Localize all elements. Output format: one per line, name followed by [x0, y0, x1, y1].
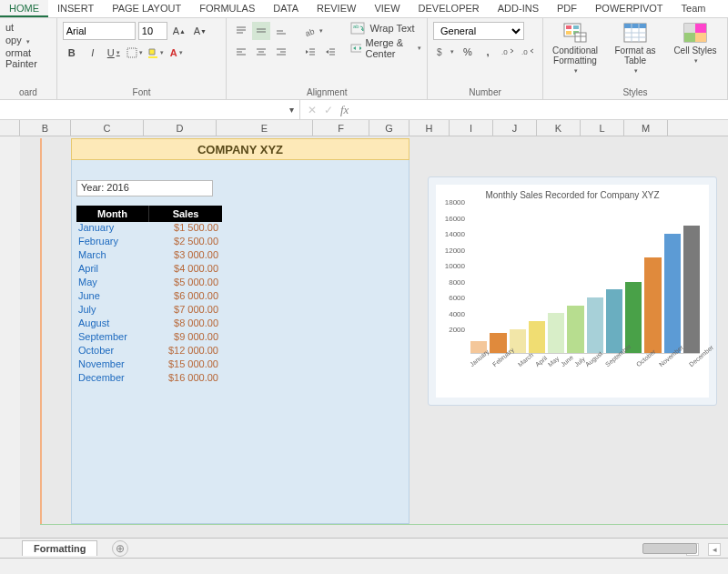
wrap-text-button[interactable]: ab Wrap Text — [350, 22, 421, 35]
select-all-corner[interactable] — [0, 120, 20, 136]
column-header-E[interactable]: E — [217, 120, 313, 136]
horizontal-scrollbar[interactable] — [642, 543, 697, 554]
number-format-select[interactable]: General — [433, 22, 524, 40]
cell-month: July — [76, 304, 149, 317]
cell-sales: $16 000.00 — [149, 372, 222, 386]
align-bottom-icon[interactable] — [272, 22, 290, 40]
orientation-icon[interactable]: ab — [301, 22, 327, 40]
increase-indent-icon[interactable] — [321, 43, 339, 61]
table-row[interactable]: December$16 000.00 — [76, 372, 222, 386]
column-header-M[interactable]: M — [624, 120, 668, 136]
column-header-L[interactable]: L — [581, 120, 624, 136]
ribbon-tab-add-ins[interactable]: ADD-INS — [489, 0, 548, 17]
ribbon-tab-view[interactable]: VIEW — [365, 0, 409, 17]
table-row[interactable]: July$7 000.00 — [76, 304, 222, 317]
decrease-indent-icon[interactable] — [301, 43, 319, 61]
percent-format-icon[interactable]: % — [459, 43, 477, 61]
ribbon-tab-data[interactable]: DATA — [264, 0, 308, 17]
table-row[interactable]: January$1 500.00 — [76, 222, 222, 236]
group-font: A▲ A▼ B I U A — [57, 18, 228, 99]
chart-bar — [664, 234, 681, 353]
formula-input[interactable] — [356, 100, 728, 119]
align-top-icon[interactable] — [232, 22, 250, 40]
table-row[interactable]: February$2 500.00 — [76, 236, 222, 249]
increase-font-icon[interactable]: A▲ — [170, 22, 188, 40]
font-name-select[interactable] — [63, 22, 136, 40]
svg-rect-1 — [148, 56, 157, 58]
merge-center-button[interactable]: Merge & Center — [350, 37, 421, 59]
format-painter-button[interactable]: ormat Painter — [5, 47, 51, 69]
cancel-formula-icon[interactable]: ✕ — [308, 104, 317, 116]
format-as-table-button[interactable]: Format as Table — [609, 22, 662, 75]
italic-button[interactable]: I — [84, 44, 102, 62]
fill-color-button[interactable] — [147, 44, 165, 62]
column-header-D[interactable]: D — [144, 120, 217, 136]
ribbon-tab-page-layout[interactable]: PAGE LAYOUT — [103, 0, 190, 17]
column-header-G[interactable]: G — [369, 120, 410, 136]
svg-text:.0: .0 — [521, 48, 528, 56]
ribbon-tab-developer[interactable]: DEVELOPER — [410, 0, 489, 17]
table-row[interactable]: September$9 000.00 — [76, 331, 222, 345]
underline-button[interactable]: U — [105, 44, 123, 62]
comma-format-icon[interactable]: , — [479, 43, 497, 61]
increase-decimal-icon[interactable]: .0 — [499, 43, 517, 61]
svg-text:ab: ab — [305, 26, 316, 36]
ribbon: ut opy ormat Painter oard A▲ A▼ B I U — [0, 18, 728, 100]
align-right-icon[interactable] — [272, 43, 290, 61]
align-center-icon[interactable] — [252, 43, 270, 61]
copy-button[interactable]: opy — [5, 35, 51, 45]
year-cell[interactable]: Year: 2016 — [76, 180, 213, 196]
scroll-left-icon[interactable]: ◂ — [708, 543, 721, 556]
status-bar — [0, 558, 728, 574]
column-header-F[interactable]: F — [313, 120, 369, 136]
chart-bar — [606, 289, 622, 353]
table-row[interactable]: August$8 000.00 — [76, 317, 222, 331]
conditional-formatting-button[interactable]: Conditional Formatting — [549, 22, 602, 75]
header-month: Month — [76, 206, 149, 222]
cell-styles-button[interactable]: Cell Styles — [669, 22, 722, 65]
ribbon-tab-formulas[interactable]: FORMULAS — [190, 0, 264, 17]
sales-chart[interactable]: Monthly Sales Recorded for Company XYZ 2… — [428, 176, 717, 406]
table-row[interactable]: October$12 000.00 — [76, 345, 222, 358]
ribbon-tab-team[interactable]: Team — [672, 0, 715, 17]
table-row[interactable]: April$4 000.00 — [76, 263, 222, 277]
column-header-H[interactable]: H — [410, 120, 450, 136]
ribbon-tab-powerpivot[interactable]: POWERPIVOT — [586, 0, 672, 17]
add-sheet-button[interactable]: ⊕ — [112, 540, 128, 557]
decrease-decimal-icon[interactable]: .0 — [519, 43, 537, 61]
cell-sales: $2 500.00 — [149, 236, 222, 249]
ribbon-tab-pdf[interactable]: PDF — [548, 0, 586, 17]
column-header-B[interactable]: B — [20, 120, 71, 136]
worksheet[interactable]: COMPANY XYZ Year: 2016 Month Sales Janua… — [0, 136, 728, 548]
name-box[interactable]: ▾ — [0, 100, 300, 119]
svg-rect-34 — [566, 31, 571, 35]
column-header-J[interactable]: J — [493, 120, 537, 136]
cell-month: January — [76, 222, 149, 236]
border-button[interactable] — [126, 44, 144, 62]
cut-button[interactable]: ut — [5, 22, 51, 33]
fx-icon[interactable]: fx — [340, 103, 349, 117]
font-color-button[interactable]: A — [167, 44, 186, 62]
table-row[interactable]: June$6 000.00 — [76, 290, 222, 304]
column-header-I[interactable]: I — [450, 120, 493, 136]
column-header-K[interactable]: K — [537, 120, 581, 136]
ribbon-tab-insert[interactable]: INSERT — [48, 0, 103, 17]
table-row[interactable]: November$15 000.00 — [76, 358, 222, 372]
svg-text:.0: .0 — [501, 48, 508, 56]
accounting-format-icon[interactable]: $ — [433, 43, 457, 61]
table-row[interactable]: March$3 000.00 — [76, 249, 222, 263]
sheet-tab-formatting[interactable]: Formatting — [22, 540, 97, 556]
column-header-C[interactable]: C — [71, 120, 144, 136]
ribbon-tab-home[interactable]: HOME — [0, 0, 48, 17]
bold-button[interactable]: B — [63, 44, 81, 62]
decrease-font-icon[interactable]: A▼ — [191, 22, 209, 40]
y-tick: 10000 — [445, 262, 465, 270]
font-size-select[interactable] — [138, 22, 167, 40]
align-middle-icon[interactable] — [252, 22, 270, 40]
chart-bar — [683, 226, 700, 353]
ribbon-tab-review[interactable]: REVIEW — [308, 0, 365, 17]
align-left-icon[interactable] — [232, 43, 250, 61]
table-row[interactable]: May$5 000.00 — [76, 277, 222, 290]
cell-month: October — [76, 345, 149, 358]
enter-formula-icon[interactable]: ✓ — [324, 104, 333, 116]
